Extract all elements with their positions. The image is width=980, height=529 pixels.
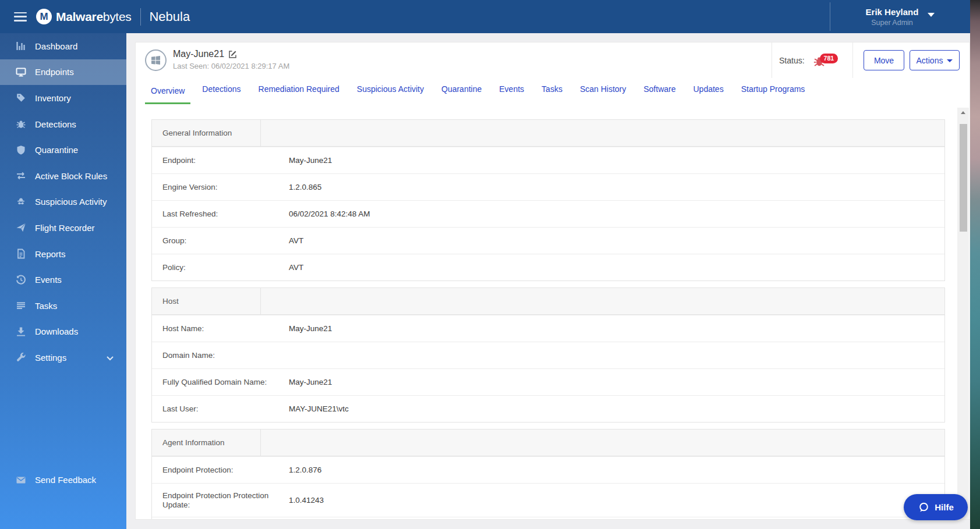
row-value: 1.0.41243 — [283, 488, 944, 512]
sidebar-item-label: Quarantine — [35, 145, 78, 155]
envelope-icon — [15, 475, 27, 485]
app-window: M Malwarebytes Nebula Erik Heyland Super… — [0, 0, 970, 529]
row-label: Last Refreshed: — [152, 202, 283, 226]
chevron-down-icon — [107, 353, 114, 363]
brand-light: bytes — [103, 10, 132, 23]
brand-bold: Malware — [56, 10, 103, 23]
sidebar-item-suspicious-activity[interactable]: Suspicious Activity — [0, 189, 126, 215]
row-label: Host Name: — [152, 317, 283, 341]
help-button[interactable]: Hilfe — [904, 494, 968, 520]
overview-content: General Information Endpoint:May-June21 … — [136, 104, 970, 520]
sidebar-item-flight-recorder[interactable]: Flight Recorder — [0, 215, 126, 241]
tab-remediation-required[interactable]: Remediation Required — [253, 84, 345, 104]
topbar-divider — [140, 8, 141, 26]
product-name: Nebula — [149, 9, 190, 24]
section-host: Host Host Name:May-June21 Domain Name: F… — [151, 287, 945, 423]
section-header: General Information — [152, 120, 944, 147]
table-row: Endpoint Protection:1.2.0.876 — [152, 456, 944, 483]
table-row: Policy:AVT — [152, 254, 944, 281]
sidebar-item-label: Downloads — [35, 326, 78, 336]
row-label: Policy: — [152, 255, 283, 280]
tab-bar: Overview Detections Remediation Required… — [136, 78, 970, 104]
spy-icon — [15, 197, 27, 207]
sidebar-item-send-feedback[interactable]: Send Feedback — [0, 467, 126, 493]
sidebar-item-tasks[interactable]: Tasks — [0, 293, 126, 319]
row-label: Last User: — [152, 397, 283, 421]
tab-suspicious-activity[interactable]: Suspicious Activity — [351, 84, 430, 104]
sidebar-item-active-block-rules[interactable]: Active Block Rules — [0, 163, 126, 189]
section-header: Host — [152, 288, 944, 315]
tab-startup-programs[interactable]: Startup Programs — [735, 84, 811, 104]
last-seen: Last Seen: 06/02/2021 8:29:17 AM — [173, 62, 289, 70]
row-value — [283, 348, 944, 363]
table-row: Last User:MAY-JUNE21\vtc — [152, 395, 944, 422]
table-row-partial — [152, 517, 944, 520]
endpoint-name: May-June21 — [173, 49, 224, 59]
row-value: May-June21 — [283, 148, 944, 172]
scroll-up-arrow[interactable] — [957, 108, 969, 118]
tab-scan-history[interactable]: Scan History — [574, 84, 632, 104]
table-row: Group:AVT — [152, 227, 944, 254]
tab-updates[interactable]: Updates — [688, 84, 730, 104]
section-title: Agent Information — [152, 429, 261, 456]
table-row: Fully Qualified Domain Name:May-June21 — [152, 368, 944, 395]
sidebar-item-label: Send Feedback — [35, 475, 96, 485]
sidebar-item-label: Events — [35, 275, 62, 285]
windows-os-icon — [145, 49, 167, 71]
actions-button[interactable]: Actions — [910, 50, 960, 70]
sidebar-item-label: Suspicious Activity — [35, 197, 107, 207]
hamburger-menu-icon[interactable] — [14, 12, 27, 22]
document-icon — [15, 248, 27, 259]
wrench-icon — [15, 352, 27, 363]
user-role: Super Admin — [866, 19, 919, 27]
dashboard-icon — [15, 41, 27, 51]
malwarebytes-m-icon: M — [36, 9, 52, 24]
sidebar-item-settings[interactable]: Settings — [0, 345, 126, 371]
tab-software[interactable]: Software — [638, 84, 681, 104]
sidebar-item-endpoints[interactable]: Endpoints — [0, 59, 126, 86]
sidebar-item-quarantine[interactable]: Quarantine — [0, 137, 126, 163]
history-icon — [15, 275, 27, 285]
table-row: Domain Name: — [152, 342, 944, 368]
sidebar-item-downloads[interactable]: Downloads — [0, 319, 126, 345]
sidebar-item-label: Reports — [35, 249, 66, 259]
row-label: Endpoint: — [152, 148, 283, 173]
sidebar-item-events[interactable]: Events — [0, 267, 126, 293]
sidebar-item-inventory[interactable]: Inventory — [0, 85, 126, 111]
desktop-wallpaper-strip — [970, 0, 980, 529]
chevron-down-icon — [928, 13, 935, 17]
sidebar-item-label: Tasks — [35, 301, 57, 311]
sidebar-item-label: Settings — [35, 353, 66, 363]
sidebar-item-label: Flight Recorder — [35, 223, 95, 233]
move-button[interactable]: Move — [864, 50, 904, 70]
row-value: MAY-JUNE21\vtc — [283, 397, 944, 421]
shield-icon — [15, 145, 27, 155]
row-value: 06/02/2021 8:42:48 AM — [283, 202, 944, 226]
section-title: Host — [152, 288, 261, 314]
scrollbar-thumb[interactable] — [960, 124, 967, 232]
row-label: Domain Name: — [152, 343, 283, 368]
caret-down-icon — [947, 59, 953, 62]
status-badge: 781 — [820, 54, 839, 63]
tab-detections[interactable]: Detections — [196, 84, 246, 104]
table-row: Endpoint:May-June21 — [152, 147, 944, 173]
sidebar-item-label: Dashboard — [35, 41, 77, 51]
download-icon — [15, 326, 27, 337]
row-value: AVT — [283, 255, 944, 279]
user-name: Erik Heyland — [866, 7, 919, 17]
tab-tasks[interactable]: Tasks — [536, 84, 568, 104]
tab-overview[interactable]: Overview — [145, 86, 190, 104]
sidebar-item-detections[interactable]: Detections — [0, 111, 126, 137]
edit-icon[interactable] — [228, 50, 237, 59]
endpoint-detail-panel: May-June21 Last Seen: 06/02/2021 8:29:17… — [135, 42, 970, 520]
sidebar-spacer — [0, 371, 126, 467]
tab-events[interactable]: Events — [493, 84, 530, 104]
section-general-information: General Information Endpoint:May-June21 … — [151, 119, 945, 281]
main-area: May-June21 Last Seen: 06/02/2021 8:29:17… — [126, 33, 970, 529]
user-menu[interactable]: Erik Heyland Super Admin — [830, 2, 970, 31]
sidebar-item-dashboard[interactable]: Dashboard — [0, 33, 126, 59]
tab-quarantine[interactable]: Quarantine — [436, 84, 487, 104]
endpoints-icon — [15, 67, 27, 77]
table-row: Host Name:May-June21 — [152, 315, 944, 342]
sidebar-item-reports[interactable]: Reports — [0, 241, 126, 267]
